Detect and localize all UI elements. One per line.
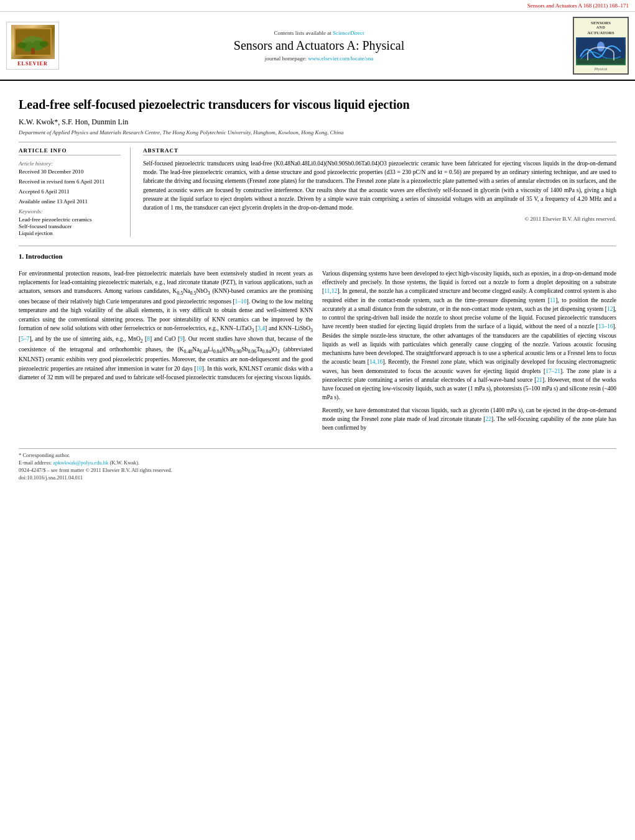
received-date: Received 30 December 2010 (19, 168, 121, 175)
ref-22[interactable]: 22 (486, 416, 492, 422)
content-divider (19, 246, 616, 246)
article-title: Lead-free self-focused piezoelectric tra… (19, 96, 616, 113)
abstract-text: Self-focused piezoelectric transducers u… (143, 159, 616, 213)
sciencedirect-link[interactable]: ScienceDirect (333, 30, 364, 36)
article-info-panel: ARTICLE INFO Article history: Received 3… (19, 147, 131, 237)
ref-11b[interactable]: 11 (550, 297, 555, 303)
abstract-panel: ABSTRACT Self-focused piezoelectric tran… (143, 147, 616, 237)
homepage-url[interactable]: www.elsevier.com/locate/sna (308, 55, 373, 62)
available-date: Available online 13 April 2011 (19, 198, 121, 205)
intro-right-continued: Recently, we have demonstrated that visc… (322, 406, 616, 433)
ref-3-4[interactable]: 3,4 (257, 325, 265, 331)
footnote-area: * Corresponding author. E-mail address: … (19, 448, 616, 481)
journal-info-center: Contents lists available at ScienceDirec… (72, 30, 567, 62)
sensors-logo-bottom-text: Physical (595, 67, 608, 71)
ref-14-16[interactable]: 14,16 (369, 359, 382, 365)
ref-5-7[interactable]: 5–7 (21, 336, 29, 342)
svg-point-5 (17, 42, 26, 48)
sensors-actuators-logo: SENSORS AND ACTUATORS Physical (573, 17, 629, 75)
ref-17-21[interactable]: 17–21 (545, 368, 560, 374)
elsevier-logo: ELSEVIER (6, 22, 59, 70)
homepage-line: journal homepage: www.elsevier.com/locat… (72, 55, 567, 62)
keyword-1: Lead-free piezoelectric ceramics (19, 216, 121, 223)
ref-12b[interactable]: 12 (607, 306, 613, 312)
ref-21b[interactable]: 21 (537, 377, 543, 383)
accepted-date: Accepted 6 April 2011 (19, 188, 121, 195)
issn-footnote: 0924-4247/$ – see front matter © 2011 El… (19, 467, 616, 473)
sensors-logo-image (576, 37, 626, 65)
elsevier-label: ELSEVIER (17, 61, 47, 67)
left-column: For environmental protection reasons, le… (19, 269, 313, 436)
svg-point-9 (597, 42, 605, 52)
affiliation-line: Department of Applied Physics and Materi… (19, 129, 616, 136)
keyword-2: Self-focused transducer (19, 223, 121, 229)
article-info-abstract-section: ARTICLE INFO Article history: Received 3… (19, 147, 616, 237)
main-content-columns: For environmental protection reasons, le… (19, 269, 616, 436)
keywords-label: Keywords: (19, 208, 121, 215)
author-email-link[interactable]: apkwkwak@polyu.edu.hk (53, 459, 108, 466)
ref-11-12[interactable]: 11,12 (324, 288, 337, 294)
ref-13-16[interactable]: 13–16 (598, 323, 613, 330)
svg-rect-4 (31, 48, 35, 54)
header-divider (19, 142, 616, 142)
journal-header: ELSEVIER Contents lists available at Sci… (0, 12, 635, 81)
svg-rect-10 (577, 58, 624, 64)
keyword-3: Liquid ejection (19, 230, 121, 236)
svg-point-6 (40, 41, 49, 47)
intro-right-text: Various dispensing systems have been dev… (322, 269, 616, 402)
corresponding-author-note: * Corresponding author. (19, 452, 616, 458)
copyright-line: © 2011 Elsevier B.V. All rights reserved… (143, 216, 616, 222)
intro-heading: 1. Introduction (19, 252, 616, 260)
ref-9[interactable]: 9 (180, 336, 183, 342)
abstract-heading: ABSTRACT (143, 147, 616, 155)
history-label: Article history: (19, 160, 121, 167)
journal-reference-bar: Sensors and Actuators A 168 (2011) 168–1… (0, 0, 635, 12)
email-footnote: E-mail address: apkwkwak@polyu.edu.hk (K… (19, 459, 616, 466)
journal-title: Sensors and Actuators A: Physical (72, 39, 567, 53)
ref-10[interactable]: 10 (196, 366, 202, 372)
sensors-logo-top-text: SENSORS AND ACTUATORS (587, 21, 614, 35)
journal-reference: Sensors and Actuators A 168 (2011) 168–1… (527, 2, 629, 9)
authors-line: K.W. Kwok*, S.F. Hon, Dunmin Lin (19, 118, 616, 127)
article-info-heading: ARTICLE INFO (19, 147, 121, 155)
ref-8[interactable]: 8 (147, 336, 150, 342)
contents-available-line: Contents lists available at ScienceDirec… (72, 30, 567, 36)
right-column: Various dispensing systems have been dev… (322, 269, 616, 436)
article-body: Lead-free self-focused piezoelectric tra… (0, 81, 635, 489)
elsevier-tree-image (11, 25, 55, 59)
doi-footnote: doi:10.1016/j.sna.2011.04.011 (19, 474, 616, 481)
revised-date: Received in revised form 6 April 2011 (19, 178, 121, 185)
intro-left-text: For environmental protection reasons, le… (19, 269, 313, 382)
ref-1-10[interactable]: 1–10 (235, 298, 247, 305)
